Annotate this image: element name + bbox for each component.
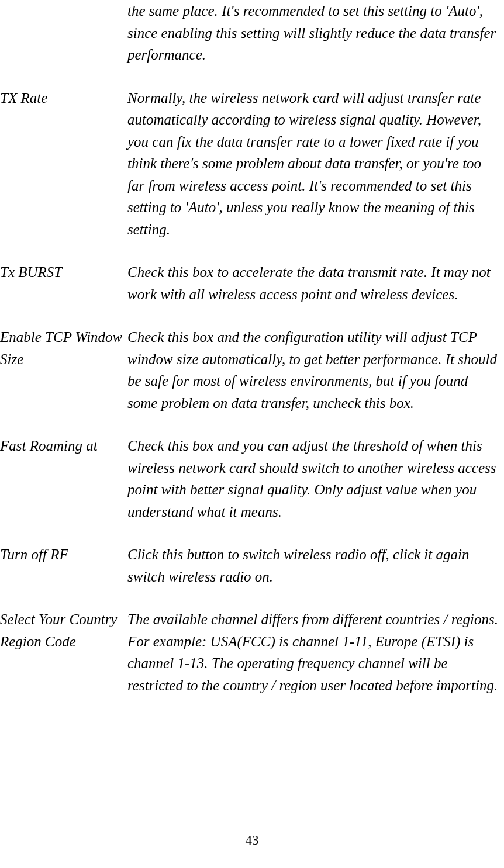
term-description: Check this box and you can adjust the th… [127,435,500,523]
intro-fragment: the same place. It's recommended to set … [0,0,500,66]
term-description: Normally, the wireless network card will… [127,87,500,241]
definition-row: Turn off RF Click this button to switch … [0,544,500,587]
term-label: Tx BURST [0,261,127,305]
term-label: Enable TCP Window Size [0,326,127,414]
content-area: the same place. It's recommended to set … [0,0,504,696]
page-number: 43 [0,831,504,851]
term-description: Check this box to accelerate the data tr… [127,261,500,305]
term-description: The available channel differs from diffe… [127,608,500,696]
definition-row: TX Rate Normally, the wireless network c… [0,87,500,241]
definition-row: Select Your Country Region Code The avai… [0,608,500,696]
definition-row: Tx BURST Check this box to accelerate th… [0,261,500,305]
term-label: Turn off RF [0,544,127,587]
term-label: Select Your Country Region Code [0,608,127,696]
term-label: TX Rate [0,87,127,241]
definition-row: Enable TCP Window Size Check this box an… [0,326,500,414]
term-label: Fast Roaming at [0,435,127,523]
term-description: Click this button to switch wireless rad… [127,544,500,587]
definition-row: Fast Roaming at Check this box and you c… [0,435,500,523]
term-description: Check this box and the configuration uti… [127,326,500,414]
